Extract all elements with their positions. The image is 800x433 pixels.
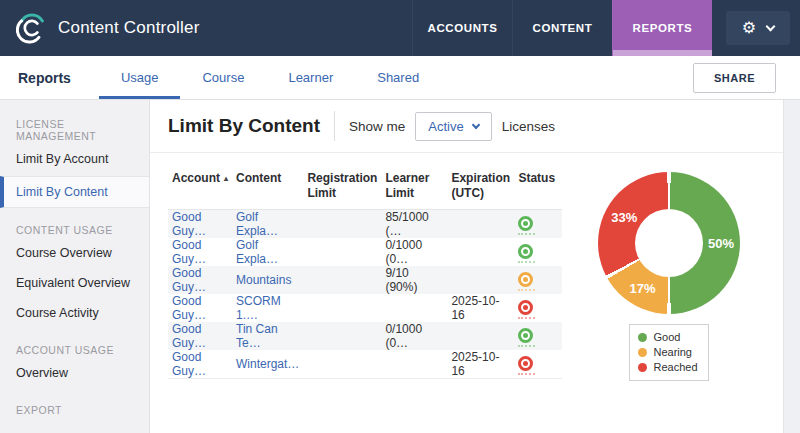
expiration-value: 2025-10-16 xyxy=(451,294,499,322)
status-ring-icon xyxy=(518,328,533,343)
tab-learner-label: Learner xyxy=(288,70,333,85)
tab-course-label: Course xyxy=(202,70,244,85)
learner-limit-value: 0/1000 (0… xyxy=(385,322,422,350)
nav-reports[interactable]: REPORTS xyxy=(612,0,712,56)
sidebar-section-account-usage: ACCOUNT USAGE Overview xyxy=(0,344,149,388)
filter-prefix-label: Show me xyxy=(349,119,405,134)
column-header-content[interactable]: Content xyxy=(232,167,303,210)
primary-nav: ACCOUNTS CONTENT REPORTS xyxy=(412,0,712,56)
learner-limit-value: 85/1000 (… xyxy=(385,210,428,238)
active-tab-indicator xyxy=(613,50,712,56)
legend-dot-good xyxy=(638,333,647,342)
content-link[interactable]: SCORM 1.… xyxy=(236,294,281,322)
right-gutter xyxy=(783,100,800,433)
content-link[interactable]: Golf Expla… xyxy=(236,238,278,266)
status-ring-icon xyxy=(518,300,533,315)
account-link[interactable]: Good Guy… xyxy=(172,238,206,266)
status-ring-icon xyxy=(518,244,533,259)
content-link[interactable]: Mountains xyxy=(236,273,291,287)
tooltip-dotted-underline xyxy=(518,373,535,375)
app-logo[interactable]: Content Controller xyxy=(16,12,200,44)
chevron-down-icon xyxy=(766,21,776,31)
column-header-learner_limit[interactable]: Learner Limit xyxy=(381,167,447,210)
sidebar-item-limit-by-content[interactable]: Limit By Content xyxy=(0,176,149,208)
header-divider xyxy=(334,111,335,141)
status-icon-nearing[interactable] xyxy=(518,269,558,291)
settings-menu-button[interactable]: ⚙ xyxy=(726,11,790,45)
legend-item-nearing: Nearing xyxy=(638,345,697,360)
tab-usage-label: Usage xyxy=(121,70,159,85)
content-link[interactable]: Golf Expla… xyxy=(236,210,278,238)
subnav-tabs: Usage Course Learner Shared xyxy=(99,56,441,99)
legend-label: Good xyxy=(653,330,680,345)
sidebar-item-limit-by-account[interactable]: Limit By Account xyxy=(0,144,149,174)
status-icon-good[interactable] xyxy=(518,241,558,263)
learner-limit-value: 9/10 (90%) xyxy=(385,266,417,294)
status-icon-reached[interactable] xyxy=(518,353,558,375)
sidebar-section-license-management: LICENSE MANAGEMENT Limit By Account Limi… xyxy=(0,118,149,208)
main-header: Limit By Content Show me Active Licenses xyxy=(150,100,783,153)
sidebar-item-equivalent-overview[interactable]: Equivalent Overview xyxy=(0,268,149,298)
gear-icon: ⚙ xyxy=(742,20,756,36)
nav-reports-label: REPORTS xyxy=(633,22,693,34)
slice-percent-label: 17% xyxy=(630,280,656,295)
table-row: Good Guy…Golf Expla…85/1000 (… xyxy=(168,210,562,239)
main-content: Limit By Content Show me Active Licenses… xyxy=(150,100,783,433)
status-donut-chart-block: 50%17%33% Good Nearing Reached xyxy=(598,172,740,381)
reports-sidebar: LICENSE MANAGEMENT Limit By Account Limi… xyxy=(0,100,150,433)
legend-dot-nearing xyxy=(638,348,647,357)
learner-limit-value: 0/1000 (0… xyxy=(385,238,422,266)
legend-item-good: Good xyxy=(638,330,697,345)
column-header-account[interactable]: Account▴ xyxy=(168,167,232,210)
account-link[interactable]: Good Guy… xyxy=(172,210,206,238)
nav-accounts[interactable]: ACCOUNTS xyxy=(412,0,512,56)
tab-shared-label: Shared xyxy=(377,70,419,85)
tab-shared[interactable]: Shared xyxy=(355,56,441,99)
account-link[interactable]: Good Guy… xyxy=(172,322,206,350)
sidebar-item-overview[interactable]: Overview xyxy=(0,358,149,388)
license-filter-dropdown[interactable]: Active xyxy=(415,112,491,141)
limits-table: Account▴ContentRegistration LimitLearner… xyxy=(168,167,562,379)
legend-dot-reached xyxy=(638,363,647,372)
column-header-expiration[interactable]: Expiration (UTC) xyxy=(447,167,514,210)
sidebar-item-course-overview[interactable]: Course Overview xyxy=(0,238,149,268)
nav-content-label: CONTENT xyxy=(533,22,593,34)
app-title: Content Controller xyxy=(58,18,200,38)
column-header-status[interactable]: Status xyxy=(514,167,562,210)
sidebar-item-course-activity[interactable]: Course Activity xyxy=(0,298,149,328)
account-link[interactable]: Good Guy… xyxy=(172,294,206,322)
status-icon-reached[interactable] xyxy=(518,297,558,319)
column-header-reg_limit[interactable]: Registration Limit xyxy=(303,167,381,210)
content-link[interactable]: Tin Can Te… xyxy=(236,322,278,350)
content-link[interactable]: Wintergat… xyxy=(236,357,299,371)
table-row: Good Guy…SCORM 1.…2025-10-16 xyxy=(168,294,562,322)
legend-item-reached: Reached xyxy=(638,360,697,375)
sidebar-section-content-usage: CONTENT USAGE Course Overview Equivalent… xyxy=(0,224,149,328)
account-link[interactable]: Good Guy… xyxy=(172,350,206,378)
chevron-down-icon xyxy=(471,120,479,128)
share-button[interactable]: SHARE xyxy=(693,63,776,93)
tab-usage[interactable]: Usage xyxy=(99,56,181,99)
section-header: CONTENT USAGE xyxy=(0,224,149,236)
legend-label: Nearing xyxy=(653,345,692,360)
limits-table-body: Good Guy…Golf Expla…85/1000 (…Good Guy…G… xyxy=(168,210,562,379)
account-link[interactable]: Good Guy… xyxy=(172,266,206,294)
legend-label: Reached xyxy=(653,360,697,375)
tooltip-dotted-underline xyxy=(518,233,535,235)
tooltip-dotted-underline xyxy=(518,261,535,263)
status-icon-good[interactable] xyxy=(518,325,558,347)
slice-percent-label: 50% xyxy=(708,236,734,251)
tooltip-dotted-underline xyxy=(518,345,535,347)
section-header: ACCOUNT USAGE xyxy=(0,344,149,356)
expiration-value: 2025-10-16 xyxy=(451,350,499,378)
status-icon-good[interactable] xyxy=(518,213,558,235)
status-ring-icon xyxy=(518,356,533,371)
tab-course[interactable]: Course xyxy=(180,56,266,99)
nav-content[interactable]: CONTENT xyxy=(512,0,612,56)
table-row: Good Guy…Wintergat…2025-10-16 xyxy=(168,350,562,379)
table-row: Good Guy…Golf Expla…0/1000 (0… xyxy=(168,238,562,266)
tooltip-dotted-underline xyxy=(518,317,535,319)
reports-subnav: Reports Usage Course Learner Shared SHAR… xyxy=(0,56,800,100)
top-navbar: Content Controller ACCOUNTS CONTENT REPO… xyxy=(0,0,800,56)
tab-learner[interactable]: Learner xyxy=(266,56,355,99)
